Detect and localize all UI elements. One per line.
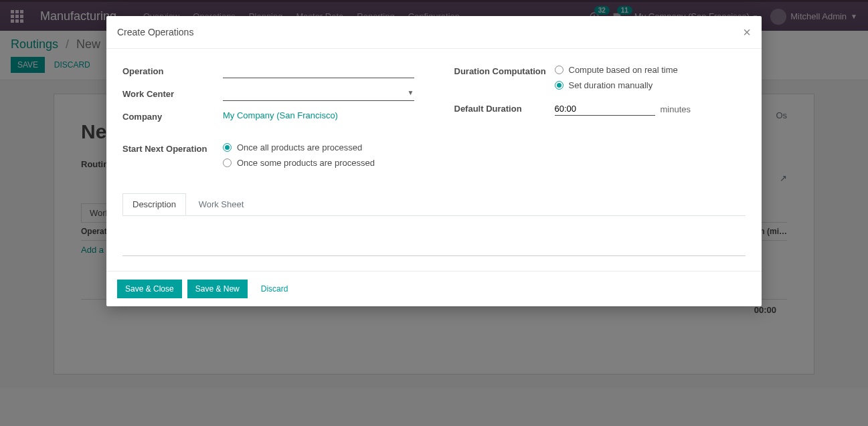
default-duration-input[interactable] [555,102,655,116]
description-editor[interactable] [122,229,746,256]
work-center-label: Work Center [122,88,223,99]
tab-description[interactable]: Description [122,193,186,215]
radio-duration-real-label: Compute based on real time [569,65,678,75]
work-center-select[interactable] [223,88,414,101]
modal-discard-button[interactable]: Discard [253,280,296,298]
save-new-button[interactable]: Save & New [187,280,248,298]
radio-start-some[interactable]: Once some products are processed [223,158,414,168]
radio-icon [223,143,232,152]
close-icon[interactable]: × [743,25,751,39]
chevron-down-icon[interactable]: ▼ [408,89,414,96]
radio-start-all-label: Once all products are processed [237,142,362,152]
company-value[interactable]: My Company (San Francisco) [223,110,338,120]
operation-input[interactable] [223,65,414,78]
modal-notebook: Description Work Sheet [122,193,746,216]
radio-icon [223,158,232,167]
radio-duration-real[interactable]: Compute based on real time [555,65,746,75]
radio-start-some-label: Once some products are processed [237,158,375,168]
create-operations-modal: Create Operations × Operation Work Cente… [106,16,762,306]
radio-start-all[interactable]: Once all products are processed [223,142,414,152]
save-close-button[interactable]: Save & Close [117,280,182,298]
tab-worksheet[interactable]: Work Sheet [189,193,254,215]
company-label: Company [122,110,223,122]
duration-unit: minutes [661,104,691,114]
radio-duration-manual-label: Set duration manually [569,80,653,90]
radio-icon [555,81,563,90]
modal-title: Create Operations [117,27,193,37]
operation-label: Operation [122,65,223,76]
default-duration-label: Default Duration [454,102,555,114]
radio-duration-manual[interactable]: Set duration manually [555,80,746,90]
radio-icon [555,66,563,74]
start-next-label: Start Next Operation [122,142,223,154]
duration-comp-label: Duration Computation [454,65,555,76]
